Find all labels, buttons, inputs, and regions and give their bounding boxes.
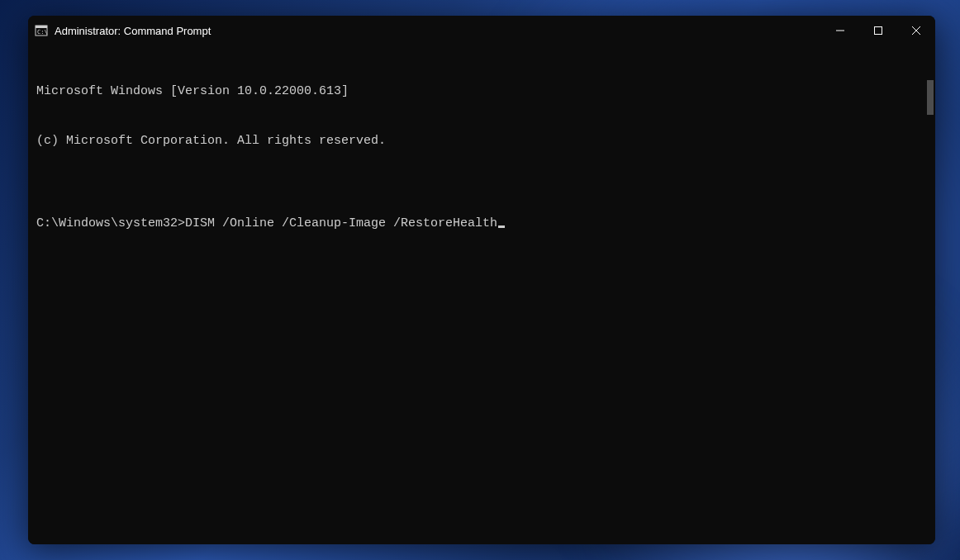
- command-text: DISM /Online /Cleanup-Image /RestoreHeal…: [185, 216, 497, 232]
- close-button[interactable]: [897, 16, 935, 45]
- minimize-icon: [836, 26, 844, 35]
- svg-rect-4: [875, 27, 882, 35]
- window-title: Administrator: Command Prompt: [55, 25, 821, 37]
- maximize-icon: [874, 26, 882, 35]
- titlebar[interactable]: C:\ Administrator: Command Prompt: [28, 16, 935, 45]
- svg-text:C:\: C:\: [37, 29, 48, 36]
- scrollbar[interactable]: [927, 47, 934, 543]
- copyright-line: (c) Microsoft Corporation. All rights re…: [36, 133, 927, 149]
- cursor: [498, 225, 505, 228]
- command-prompt-window: C:\ Administrator: Command Prompt: [28, 16, 935, 544]
- window-controls: [821, 16, 935, 45]
- prompt-line: C:\Windows\system32>DISM /Online /Cleanu…: [36, 216, 927, 232]
- svg-rect-1: [36, 26, 47, 28]
- prompt-text: C:\Windows\system32>: [36, 216, 185, 232]
- scrollbar-thumb[interactable]: [927, 80, 934, 115]
- maximize-button[interactable]: [859, 16, 897, 45]
- close-icon: [912, 26, 920, 35]
- cmd-icon: C:\: [35, 24, 48, 37]
- minimize-button[interactable]: [821, 16, 859, 45]
- version-line: Microsoft Windows [Version 10.0.22000.61…: [36, 83, 927, 100]
- terminal-output[interactable]: Microsoft Windows [Version 10.0.22000.61…: [28, 45, 935, 544]
